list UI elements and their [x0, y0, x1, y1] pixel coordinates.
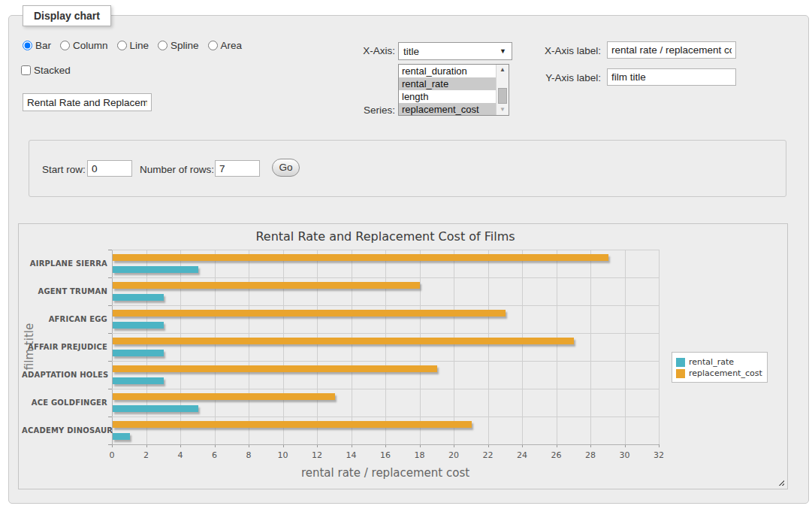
panel-title: Display chart	[23, 5, 111, 26]
bar-replacement_cost	[113, 254, 608, 261]
bar-replacement_cost	[113, 393, 335, 400]
num-rows-input[interactable]	[215, 160, 260, 177]
chart-title: Rental Rate and Replacement Cost of Film…	[112, 229, 659, 244]
category-label: AFRICAN EGG	[22, 315, 107, 323]
bar-replacement_cost	[113, 421, 472, 428]
x-gridline	[420, 250, 421, 444]
chart-title-input[interactable]	[23, 93, 152, 111]
bar-rental_rate	[113, 266, 198, 273]
legend-item-replacement_cost: replacement_cost	[676, 368, 762, 378]
x-axis-selected-value: title	[403, 46, 419, 57]
x-gridline	[112, 250, 113, 444]
bar-rental_rate	[113, 377, 164, 384]
legend-swatch-rental_rate	[676, 358, 685, 367]
scrollbar-up-icon[interactable]: ▲	[497, 65, 509, 75]
x-gridline	[522, 250, 523, 444]
stacked-checkbox[interactable]	[21, 65, 31, 75]
stacked-option[interactable]: Stacked	[21, 65, 71, 76]
chart: Rental Rate and Replacement Cost of Film…	[18, 223, 788, 489]
x-tick-label: 30	[614, 450, 636, 460]
x-tick-label: 4	[169, 450, 192, 460]
series-option-length[interactable]: length	[399, 90, 496, 103]
x-axis-title: rental rate / replacement cost	[112, 466, 659, 480]
chart-type-column[interactable]: Column	[60, 40, 108, 51]
legend-swatch-replacement_cost	[676, 369, 685, 378]
series-option-replacement_cost[interactable]: replacement_cost	[399, 103, 496, 115]
x-gridline	[385, 250, 386, 444]
bar-rental_rate	[113, 433, 130, 440]
scrollbar-thumb[interactable]	[498, 88, 507, 104]
y-gridline	[112, 417, 659, 417]
chart-type-label: Column	[73, 40, 108, 51]
y-tick-mark	[108, 444, 112, 445]
bar-replacement_cost	[113, 365, 437, 372]
chart-type-bar[interactable]: Bar	[23, 40, 51, 51]
category-label: AIRPLANE SIERRA	[22, 259, 107, 268]
x-axis-label-input[interactable]	[607, 41, 736, 59]
y-gridline	[112, 250, 659, 250]
chart-type-spline[interactable]: Spline	[158, 40, 199, 51]
series-options: rental_durationrental_ratelengthreplacem…	[399, 65, 496, 115]
x-tick-mark	[659, 444, 660, 447]
chart-legend: rental_ratereplacement_cost	[672, 352, 768, 383]
chart-type-label: Area	[221, 40, 243, 51]
y-gridline	[112, 333, 659, 334]
go-button[interactable]: Go	[272, 159, 300, 177]
chart-type-radio-bar[interactable]	[23, 41, 32, 50]
y-tick-mark	[108, 389, 112, 389]
page: Display chart BarColumnLineSplineArea St…	[0, 0, 812, 512]
y-axis-label-input[interactable]	[607, 68, 736, 86]
x-axis-label-field-label: X-Axis label:	[532, 45, 601, 56]
chart-type-radio-spline[interactable]	[158, 41, 168, 50]
series-option-rental_rate[interactable]: rental_rate	[399, 77, 496, 90]
x-gridline	[352, 250, 352, 444]
series-scrollbar[interactable]: ▲ ▼	[496, 65, 509, 115]
y-tick-mark	[108, 333, 112, 334]
chart-type-label: Bar	[35, 40, 51, 51]
x-tick-label: 6	[204, 450, 226, 460]
chart-type-label: Spline	[171, 40, 199, 51]
x-tick-label: 12	[306, 450, 328, 460]
y-gridline	[112, 444, 659, 445]
resize-handle[interactable]	[777, 478, 784, 486]
series-option-rental_duration[interactable]: rental_duration	[399, 65, 496, 77]
y-tick-mark	[108, 250, 112, 250]
category-label: ACADEMY DINOSAUR	[22, 426, 107, 435]
bar-rental_rate	[113, 294, 164, 301]
legend-label: rental_rate	[689, 357, 734, 367]
y-gridline	[112, 305, 659, 306]
chart-type-label: Line	[130, 40, 149, 51]
x-gridline	[454, 250, 454, 444]
chart-type-line[interactable]: Line	[117, 40, 149, 51]
x-gridline	[215, 250, 216, 444]
bar-rental_rate	[113, 350, 164, 356]
x-tick-label: 14	[340, 450, 363, 460]
chart-type-radio-line[interactable]	[117, 41, 127, 50]
chart-type-radio-column[interactable]	[60, 41, 70, 50]
chart-type-area[interactable]: Area	[208, 40, 243, 51]
x-gridline	[590, 250, 591, 444]
y-tick-mark	[108, 417, 112, 417]
legend-item-rental_rate: rental_rate	[676, 357, 762, 367]
chart-type-radio-area[interactable]	[208, 41, 218, 50]
y-gridline	[112, 389, 659, 389]
x-tick-label: 2	[135, 450, 158, 460]
y-tick-mark	[108, 361, 112, 362]
x-tick-label: 28	[579, 450, 602, 460]
scrollbar-down-icon[interactable]: ▼	[497, 105, 509, 115]
x-tick-label: 24	[511, 450, 533, 460]
x-gridline	[488, 250, 489, 444]
series-listbox[interactable]: rental_durationrental_ratelengthreplacem…	[398, 64, 509, 116]
series-field-label: Series:	[340, 105, 395, 116]
x-tick-label: 16	[374, 450, 397, 460]
start-row-label: Start row:	[42, 164, 86, 175]
legend-label: replacement_cost	[689, 368, 762, 378]
x-gridline	[317, 250, 318, 444]
x-gridline	[146, 250, 147, 444]
x-axis-select[interactable]: title ▼	[398, 42, 512, 60]
num-rows-label: Number of rows:	[140, 164, 214, 175]
x-gridline	[557, 250, 557, 444]
x-tick-label: 18	[409, 450, 431, 460]
start-row-input[interactable]	[87, 160, 132, 177]
stacked-label: Stacked	[34, 65, 71, 76]
